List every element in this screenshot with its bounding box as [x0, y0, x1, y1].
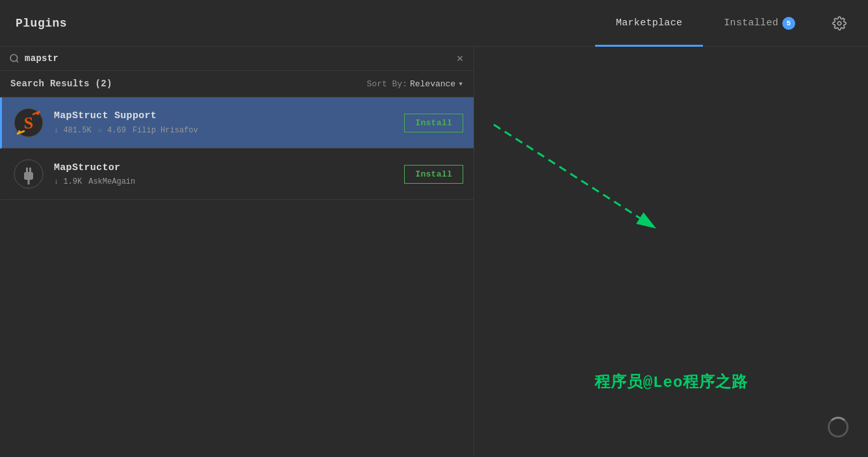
plugin-name-mapstructor: MapStructor [54, 162, 404, 173]
mapstructor-logo-svg [12, 158, 45, 190]
install-button-mapstruct[interactable]: Install [404, 114, 463, 132]
svg-point-1 [10, 55, 18, 62]
svg-text:S: S [24, 114, 33, 132]
page-title: Plugins [16, 17, 67, 30]
watermark-text: 程序员@Leo程序之路 [594, 371, 748, 392]
search-clear-button[interactable] [455, 54, 465, 63]
sort-by-dropdown[interactable]: Sort By: Relevance ▾ [367, 79, 463, 89]
left-panel: Search Results (2) Sort By: Relevance ▾ … [0, 47, 474, 457]
spinner-animation [828, 417, 849, 438]
plugin-author-mapstruct: Filip Hrisafov [133, 126, 198, 135]
svg-point-0 [837, 21, 841, 25]
tab-installed[interactable]: Installed 5 [703, 0, 816, 47]
tab-bar: Marketplace Installed 5 [595, 0, 816, 47]
plugin-info-mapstruct: MapStruct Support 481.5K 4.69 Filip Hris… [54, 110, 404, 135]
svg-rect-13 [26, 167, 28, 173]
search-bar [0, 47, 474, 71]
tab-marketplace[interactable]: Marketplace [595, 0, 703, 47]
tab-installed-label: Installed [724, 18, 778, 29]
gear-icon [832, 16, 847, 31]
plugin-downloads-mapstructor: 1.9K [54, 177, 82, 186]
plugin-logo-mapstruct: S [12, 106, 45, 139]
svg-line-17 [494, 125, 656, 228]
search-icon [9, 53, 19, 64]
plugin-downloads-mapstruct: 481.5K [54, 126, 92, 135]
sort-value: Relevance [410, 79, 455, 89]
tab-marketplace-label: Marketplace [616, 18, 682, 29]
loading-spinner [828, 417, 849, 438]
sort-label: Sort By: [367, 79, 407, 89]
main-content: Search Results (2) Sort By: Relevance ▾ … [0, 47, 868, 457]
results-header: Search Results (2) Sort By: Relevance ▾ [0, 71, 474, 97]
plugin-item-mapstructor[interactable]: MapStructor 1.9K AskMeAgain Install [0, 149, 474, 200]
plugin-list: S MapStruct Support 481.5K 4.69 Fili [0, 97, 474, 457]
plugin-meta-mapstruct: 481.5K 4.69 Filip Hrisafov [54, 125, 404, 135]
results-count: Search Results (2) [10, 79, 112, 89]
right-panel: 程序员@Leo程序之路 [474, 47, 868, 457]
close-icon [455, 54, 465, 63]
plugin-logo-mapstructor [12, 158, 45, 190]
mapstruct-logo-svg: S [12, 106, 45, 139]
search-input[interactable] [25, 53, 450, 64]
svg-rect-14 [29, 167, 31, 173]
plugin-name-mapstruct: MapStruct Support [54, 110, 404, 121]
plugin-rating-mapstruct: 4.69 [98, 125, 126, 135]
install-button-mapstructor[interactable]: Install [404, 165, 463, 184]
dashed-arrow [487, 118, 682, 248]
svg-rect-12 [24, 172, 33, 180]
settings-button[interactable] [826, 10, 852, 36]
plugin-info-mapstructor: MapStructor 1.9K AskMeAgain [54, 162, 404, 186]
plugin-item-mapstruct-support[interactable]: S MapStruct Support 481.5K 4.69 Fili [0, 97, 474, 149]
svg-line-2 [16, 60, 18, 62]
plugin-author-mapstructor: AskMeAgain [88, 177, 135, 186]
plugin-meta-mapstructor: 1.9K AskMeAgain [54, 177, 404, 186]
header: Plugins Marketplace Installed 5 [0, 0, 868, 47]
installed-badge: 5 [782, 17, 795, 30]
chevron-down-icon: ▾ [458, 79, 463, 89]
